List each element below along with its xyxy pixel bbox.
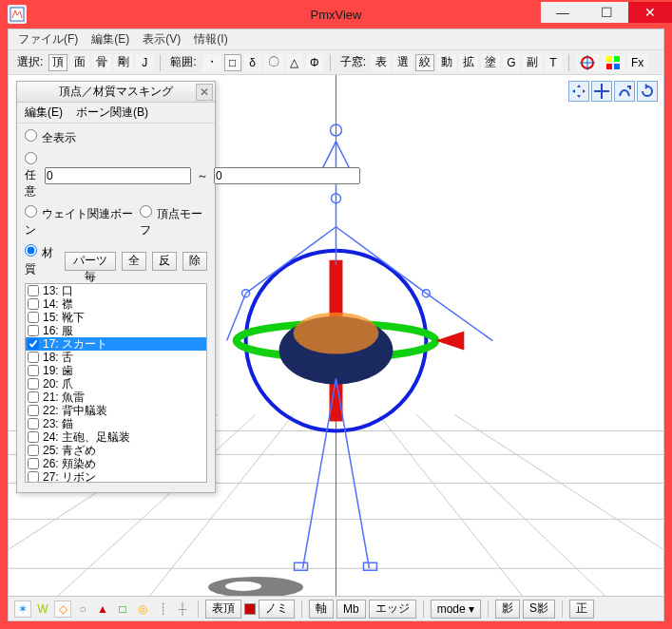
bottom-plus-icon[interactable]: ┼ <box>174 600 191 618</box>
material-list[interactable]: 13: 口14: 襟15: 靴下16: 服17: スカート18: 舌19: 歯2… <box>25 283 207 483</box>
child-sel-button[interactable]: 選 <box>394 54 413 71</box>
list-item-checkbox[interactable] <box>28 338 39 350</box>
view-zoom-icon[interactable] <box>614 81 635 102</box>
bottom-circle-icon[interactable]: ○ <box>74 600 91 618</box>
mode-button[interactable]: mode ▾ <box>431 600 481 619</box>
svg-rect-4 <box>606 56 612 62</box>
list-item-checkbox[interactable] <box>28 418 39 429</box>
svg-line-28 <box>246 227 336 294</box>
sel-bone-button[interactable]: 骨 <box>92 54 111 71</box>
svg-point-26 <box>294 313 379 354</box>
separator <box>198 600 199 618</box>
sel-joint-button[interactable]: J <box>136 54 153 71</box>
radio-any[interactable]: 任意 <box>25 152 39 200</box>
maximize-button[interactable]: ☐ <box>585 2 628 23</box>
menu-info[interactable]: 情報(I) <box>194 31 227 48</box>
viewport-3d[interactable]: 頂点／材質マスキング ✕ 編集(E) ボーン関連(B) 全表示 任意 ～ <box>9 75 663 596</box>
menu-edit[interactable]: 編集(E) <box>91 31 129 48</box>
sel-rigid-button[interactable]: 剛 <box>114 54 133 71</box>
child-sub-button[interactable]: 副 <box>523 54 542 71</box>
gizmo-crosshair-icon[interactable] <box>576 54 599 71</box>
child-scale-button[interactable]: 拡 <box>459 54 478 71</box>
list-item-checkbox[interactable] <box>28 352 39 363</box>
surface-button[interactable]: 表頂 <box>205 600 241 619</box>
range-dot-button[interactable]: ・ <box>202 54 221 71</box>
invert-button[interactable]: 反 <box>152 252 177 271</box>
gizmo-grid-icon[interactable] <box>602 54 624 71</box>
view-rotate-icon[interactable] <box>637 81 658 102</box>
child-g-button[interactable]: G <box>503 54 520 71</box>
panel-header[interactable]: 頂点／材質マスキング ✕ <box>17 82 215 103</box>
window-title: PmxView <box>311 8 362 22</box>
titlebar[interactable]: PmxView — ☐ ✕ <box>0 0 672 29</box>
range-phi-button[interactable]: Φ <box>306 54 323 71</box>
front-button[interactable]: 正 <box>569 600 594 619</box>
sel-vertex-button[interactable]: 頂 <box>48 54 67 71</box>
child-move-button[interactable]: 動 <box>437 54 456 71</box>
range-from-input[interactable] <box>45 167 191 184</box>
radio-all[interactable]: 全表示 <box>25 129 76 146</box>
list-item-checkbox[interactable] <box>28 458 39 469</box>
list-item-label: 27: リボン <box>43 469 96 484</box>
child-t-button[interactable]: T <box>545 54 562 71</box>
range-box-button[interactable]: □ <box>224 54 241 71</box>
list-item-checkbox[interactable] <box>28 365 39 376</box>
list-item-checkbox[interactable] <box>28 391 39 403</box>
all-button[interactable]: 全 <box>122 252 146 271</box>
child-paint-button[interactable]: 塗 <box>481 54 500 71</box>
shadow-button[interactable]: 影 <box>495 600 520 619</box>
list-item-checkbox[interactable] <box>28 405 39 416</box>
list-item-checkbox[interactable] <box>28 285 39 296</box>
radio-material[interactable]: 材質 <box>25 244 59 277</box>
svg-rect-6 <box>606 64 612 69</box>
list-item-checkbox[interactable] <box>28 431 39 443</box>
parts-button[interactable]: パーツ毎 <box>65 252 116 271</box>
sshadow-button[interactable]: S影 <box>523 600 555 619</box>
bottom-w-icon[interactable]: W <box>34 600 51 618</box>
list-item-checkbox[interactable] <box>28 298 39 310</box>
list-item-checkbox[interactable] <box>28 471 39 483</box>
bottom-box-icon[interactable]: □ <box>114 600 131 618</box>
child-disp-button[interactable]: 表 <box>372 54 391 71</box>
range-tri-button[interactable]: △ <box>286 54 303 71</box>
close-button[interactable]: ✕ <box>628 2 672 23</box>
view-move-icon[interactable] <box>591 81 612 102</box>
child-filter-button[interactable]: 絞 <box>415 54 434 71</box>
range-to-input[interactable] <box>214 167 360 184</box>
radio-weight[interactable]: ウェイト関連ボーン <box>25 205 134 238</box>
minimize-button[interactable]: — <box>541 2 585 23</box>
normal-button[interactable]: ノミ <box>259 600 295 619</box>
view-tool-corner <box>568 81 658 102</box>
edge-button[interactable]: エッジ <box>369 600 416 619</box>
range-circle-button[interactable]: 〇 <box>264 54 283 71</box>
list-item-checkbox[interactable] <box>28 325 39 336</box>
panel-menu-bone[interactable]: ボーン関連(B) <box>76 105 148 121</box>
bottom-circles-icon[interactable]: ◎ <box>134 600 151 618</box>
list-item-checkbox[interactable] <box>28 312 39 323</box>
bottom-star-icon[interactable]: ✶ <box>14 600 31 618</box>
range-delta-button[interactable]: δ <box>244 54 261 71</box>
svg-line-35 <box>336 142 350 170</box>
client-area: ファイル(F) 編集(E) 表示(V) 情報(I) 選択: 頂 面 骨 剛 J … <box>8 29 664 621</box>
radio-vmorph[interactable]: 頂点モーフ <box>140 205 207 238</box>
fx-button[interactable]: Fx <box>627 54 647 71</box>
separator <box>568 54 569 71</box>
remove-button[interactable]: 除 <box>182 252 207 271</box>
masking-panel[interactable]: 頂点／材質マスキング ✕ 編集(E) ボーン関連(B) 全表示 任意 ～ <box>16 81 216 493</box>
axis-button[interactable]: 軸 <box>309 600 334 619</box>
svg-line-19 <box>454 414 663 549</box>
menu-file[interactable]: ファイル(F) <box>18 31 78 48</box>
bottom-tri-icon[interactable]: ▲ <box>94 600 111 618</box>
separator <box>562 600 563 618</box>
menu-view[interactable]: 表示(V) <box>143 31 181 48</box>
panel-menu-edit[interactable]: 編集(E) <box>25 105 63 121</box>
panel-close-button[interactable]: ✕ <box>196 84 213 101</box>
view-pan-icon[interactable] <box>568 81 589 102</box>
mb-button[interactable]: Mb <box>336 600 366 619</box>
list-item-checkbox[interactable] <box>28 378 39 390</box>
sel-face-button[interactable]: 面 <box>70 54 89 71</box>
list-item-checkbox[interactable] <box>28 445 39 456</box>
list-item[interactable]: 27: リボン <box>26 470 206 483</box>
bottom-diamond-icon[interactable]: ◇ <box>54 600 71 618</box>
bottom-dash-icon[interactable]: ┊ <box>154 600 171 618</box>
